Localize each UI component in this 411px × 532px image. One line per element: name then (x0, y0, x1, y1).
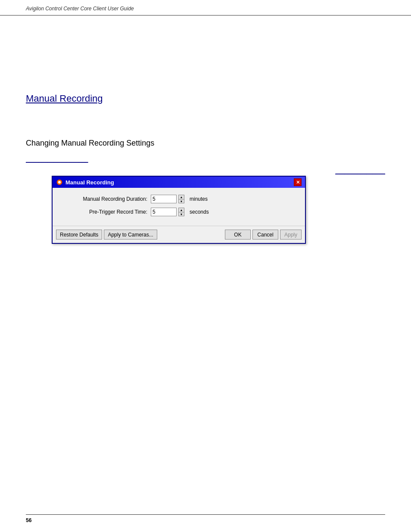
dialog-title-text: Manual Recording (65, 179, 114, 186)
apply-to-cameras-button[interactable]: Apply to Cameras... (104, 230, 157, 240)
section-heading-manual-recording: Manual Recording (26, 93, 385, 104)
svg-point-1 (58, 181, 61, 184)
recording-icon (56, 179, 63, 186)
header-title: Avigilon Control Center Core Client User… (26, 6, 134, 12)
duration-input[interactable] (151, 195, 177, 203)
duration-label: Manual Recording Duration: (61, 196, 147, 202)
duration-up-arrow[interactable]: ▲ (178, 195, 184, 199)
top-right-link-area: ________________ (335, 168, 385, 174)
manual-recording-dialog: Manual Recording ✕ Manual Recording Dura… (52, 176, 306, 244)
dialog-titlebar: Manual Recording ✕ (53, 177, 305, 188)
pretrigger-input[interactable] (151, 208, 177, 216)
page-footer: 56 (26, 514, 385, 523)
dialog-close-button[interactable]: ✕ (294, 178, 302, 186)
pretrigger-down-arrow[interactable]: ▼ (178, 212, 184, 216)
apply-button[interactable]: Apply (280, 230, 302, 240)
duration-spinner-group: ▲ ▼ (151, 195, 184, 203)
dialog-title-left: Manual Recording (56, 179, 114, 186)
cancel-button[interactable]: Cancel (252, 230, 278, 240)
dialog-content: Manual Recording Duration: ▲ ▼ minutes (53, 188, 305, 226)
page-number: 56 (26, 517, 31, 523)
pretrigger-unit: seconds (190, 209, 209, 215)
underline-ref-area: ____________________ (26, 156, 385, 163)
pretrigger-arrows: ▲ ▼ (178, 208, 184, 216)
pretrigger-spinner-group: ▲ ▼ (151, 208, 184, 216)
dialog-wrapper: Manual Recording ✕ Manual Recording Dura… (52, 176, 385, 244)
pretrigger-row: Pre-Trigger Record Time: ▲ ▼ seconds (61, 208, 296, 216)
section-heading-changing-settings: Changing Manual Recording Settings (26, 139, 385, 148)
pretrigger-label: Pre-Trigger Record Time: (61, 209, 147, 215)
restore-defaults-button[interactable]: Restore Defaults (56, 230, 102, 240)
dialog-footer: Restore Defaults Apply to Cameras... OK … (53, 226, 305, 243)
underline-ref-link[interactable]: ____________________ (26, 156, 88, 163)
content-area: Manual Recording ________________ Changi… (0, 16, 411, 261)
page-header: Avigilon Control Center Core Client User… (0, 0, 411, 16)
pretrigger-up-arrow[interactable]: ▲ (178, 208, 184, 212)
duration-row: Manual Recording Duration: ▲ ▼ minutes (61, 195, 296, 203)
duration-unit: minutes (190, 196, 208, 202)
ok-button[interactable]: OK (225, 230, 251, 240)
top-right-link[interactable]: ________________ (335, 168, 385, 174)
page-wrapper: Avigilon Control Center Core Client User… (0, 0, 411, 532)
duration-down-arrow[interactable]: ▼ (178, 199, 184, 203)
duration-arrows: ▲ ▼ (178, 195, 184, 203)
